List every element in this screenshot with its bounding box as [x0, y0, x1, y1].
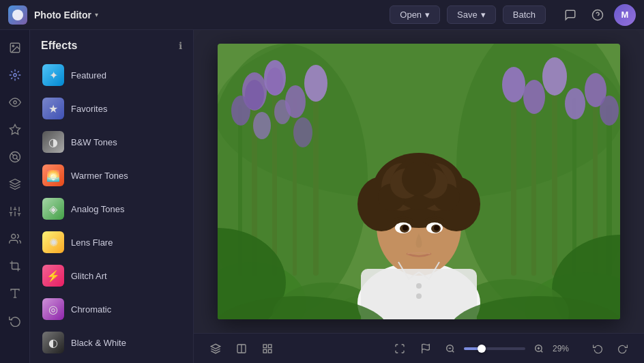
- layers-toggle-button[interactable]: [205, 338, 226, 360]
- effect-item-featured[interactable]: ✦Featured: [35, 59, 188, 91]
- effect-item-favorites[interactable]: ★Favorites: [35, 92, 188, 125]
- zoom-out-button[interactable]: [441, 339, 460, 358]
- svg-point-8: [13, 155, 17, 159]
- bottom-toolbar: 29%: [194, 333, 644, 363]
- effects-title: Effects: [41, 40, 77, 52]
- svg-point-49: [502, 67, 525, 102]
- main-layout: Effects ℹ ✦Featured★Favorites◑B&W Tones🌅…: [0, 30, 644, 363]
- svg-point-3: [12, 45, 14, 46]
- zoom-slider[interactable]: [464, 347, 525, 350]
- help-icon-button[interactable]: [587, 4, 609, 26]
- photo-frame: [218, 44, 620, 319]
- effect-item-bw[interactable]: ◐Black & White: [35, 326, 188, 359]
- effect-item-charcoal[interactable]: ▲Charcoal: [35, 360, 188, 363]
- svg-point-39: [231, 96, 250, 126]
- grid-button[interactable]: [257, 338, 278, 360]
- effect-item-analog[interactable]: ◈Analog Tones: [35, 192, 188, 225]
- svg-point-75: [402, 162, 436, 196]
- effect-item-bwtones[interactable]: ◑B&W Tones: [35, 126, 188, 158]
- svg-point-36: [267, 68, 283, 95]
- sidebar-icon-people[interactable]: [3, 227, 27, 251]
- sidebar-icon-history[interactable]: [3, 308, 27, 333]
- effects-header: Effects ℹ: [30, 30, 193, 59]
- sidebar-icon-text[interactable]: [3, 281, 27, 306]
- effect-label-featured: Featured: [71, 70, 106, 81]
- svg-point-38: [304, 65, 327, 102]
- effect-icon-bw: ◐: [42, 332, 64, 353]
- sidebar-icon-layers[interactable]: [3, 172, 27, 197]
- effect-icon-bwtones: ◑: [42, 131, 64, 153]
- app-logo: [8, 5, 27, 25]
- app-title-button[interactable]: Photo Editor ▾: [34, 10, 98, 20]
- svg-point-52: [565, 88, 585, 119]
- app-title: Photo Editor: [34, 10, 91, 20]
- sidebar-icon-magic[interactable]: [3, 117, 27, 142]
- svg-point-40: [253, 112, 271, 139]
- bt-right-icons: [587, 338, 633, 360]
- info-icon[interactable]: ℹ: [179, 40, 182, 51]
- fill-button[interactable]: [415, 338, 437, 360]
- effect-item-chromatic[interactable]: ◎Chromatic: [35, 293, 188, 325]
- effect-icon-glitch: ⚡: [42, 265, 64, 287]
- svg-point-51: [542, 57, 567, 96]
- svg-rect-29: [272, 71, 277, 276]
- sidebar-icon-crop[interactable]: [3, 254, 27, 278]
- open-label: Open: [400, 10, 422, 20]
- zoom-slider-thumb[interactable]: [478, 345, 486, 353]
- svg-point-41: [274, 100, 291, 124]
- app-logo-inner: [12, 10, 23, 20]
- redo-button[interactable]: [611, 338, 633, 360]
- canvas-area: 29%: [194, 30, 644, 363]
- save-button[interactable]: Save ▾: [447, 5, 496, 24]
- svg-line-99: [541, 350, 543, 352]
- effect-item-warmer[interactable]: 🌅Warmer Tones: [35, 159, 188, 192]
- compare-button[interactable]: [231, 338, 252, 360]
- sidebar-icon-view[interactable]: [3, 90, 27, 115]
- svg-point-81: [434, 225, 439, 231]
- effect-label-analog: Analog Tones: [71, 204, 125, 214]
- zoom-in-button[interactable]: [529, 339, 548, 358]
- topbar: Photo Editor ▾ Open ▾ Save ▾ Batch M: [0, 0, 644, 30]
- svg-point-21: [11, 234, 15, 238]
- chat-icon-button[interactable]: [559, 4, 581, 26]
- effect-label-lensflare: Lens Flare: [71, 237, 113, 248]
- svg-point-80: [402, 225, 408, 231]
- sidebar-icon-image[interactable]: [3, 35, 27, 60]
- svg-marker-6: [10, 125, 20, 134]
- svg-rect-31: [313, 78, 319, 276]
- effects-list: ✦Featured★Favorites◑B&W Tones🌅Warmer Ton…: [30, 59, 193, 363]
- open-button[interactable]: Open ▾: [390, 5, 440, 24]
- svg-rect-45: [552, 71, 557, 276]
- effect-label-favorites: Favorites: [71, 104, 107, 114]
- svg-point-4: [13, 74, 16, 77]
- svg-point-42: [293, 117, 312, 147]
- effect-item-glitch[interactable]: ⚡Glitch Art: [35, 259, 188, 292]
- fit-button[interactable]: [389, 338, 411, 360]
- icon-sidebar: [0, 30, 30, 363]
- effect-label-warmer: Warmer Tones: [71, 171, 128, 181]
- avatar[interactable]: M: [614, 4, 636, 26]
- svg-rect-90: [263, 345, 267, 348]
- effect-icon-favorites: ★: [42, 98, 64, 119]
- svg-line-9: [11, 154, 13, 156]
- svg-point-54: [600, 96, 619, 126]
- svg-rect-93: [263, 349, 267, 353]
- sidebar-icon-palette[interactable]: [3, 145, 27, 169]
- effect-label-bw: Black & White: [71, 338, 126, 348]
- sidebar-icon-effects[interactable]: [3, 63, 27, 87]
- photo-canvas: [218, 44, 620, 319]
- effects-panel: Effects ℹ ✦Featured★Favorites◑B&W Tones🌅…: [30, 30, 194, 363]
- svg-rect-91: [268, 345, 272, 348]
- svg-point-5: [13, 101, 16, 104]
- effect-icon-analog: ◈: [42, 198, 64, 220]
- sidebar-icon-adjust[interactable]: [3, 199, 27, 224]
- canvas-main[interactable]: [194, 30, 644, 333]
- batch-button[interactable]: Batch: [503, 5, 546, 24]
- save-label: Save: [457, 10, 478, 20]
- effect-icon-featured: ✦: [42, 64, 64, 86]
- undo-button[interactable]: [587, 338, 609, 360]
- effect-item-lensflare[interactable]: ✺Lens Flare: [35, 226, 188, 259]
- topbar-right: M: [559, 4, 636, 26]
- svg-marker-11: [10, 179, 20, 185]
- effect-label-chromatic: Chromatic: [71, 304, 111, 315]
